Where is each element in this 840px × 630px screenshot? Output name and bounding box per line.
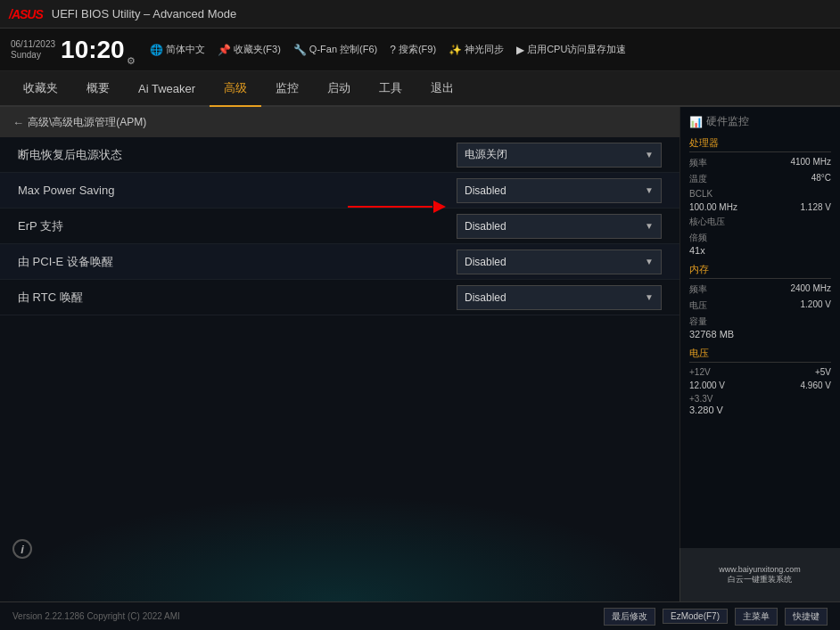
- bottom-bar: Version 2.22.1286 Copyright (C) 2022 AMI…: [0, 601, 840, 630]
- info-icon: i: [12, 539, 32, 559]
- nav-overview[interactable]: 概要: [72, 71, 124, 107]
- setting-label-power-state: 断电恢复后电源状态: [18, 147, 457, 163]
- toolbar-lang[interactable]: 🌐 简体中文: [150, 43, 205, 56]
- hw-label-freq: 频率: [689, 157, 707, 169]
- watermark-text: www.baiyunxitong.com白云一键重装系统: [719, 565, 801, 585]
- dropdown-rtc-wake[interactable]: Disabled ▼: [457, 285, 662, 310]
- bottom-buttons: 最后修改 EzMode(F7) 主菜单 快捷键: [604, 608, 828, 626]
- setting-control-power-state[interactable]: 电源关闭 ▼: [457, 143, 662, 168]
- dropdown-power-state-value: 电源关闭: [465, 147, 507, 162]
- cpu-accel-icon: ▶: [516, 44, 524, 56]
- hw-value-5v: +5V: [815, 367, 831, 377]
- breadcrumb-back-icon[interactable]: ←: [12, 116, 24, 129]
- hw-value-12v: 12.000 V: [689, 380, 725, 390]
- setting-control-pcie-wake[interactable]: Disabled ▼: [457, 250, 662, 274]
- hw-row-bclk: BCLK: [689, 189, 831, 199]
- hw-value-33v: 3.280 V: [689, 405, 831, 415]
- asus-logo: /ASUS: [9, 7, 43, 21]
- btn-last-modified[interactable]: 最后修改: [604, 608, 655, 626]
- hw-label-mem-volt: 电压: [689, 299, 707, 312]
- hw-row-mem-freq: 频率 2400 MHz: [689, 283, 831, 296]
- hw-row-12v-val: 12.000 V 4.960 V: [689, 380, 831, 390]
- day-text: Sunday: [11, 50, 55, 61]
- hw-row-bclk-label2: 核心电压: [689, 216, 831, 228]
- nav-tools[interactable]: 工具: [365, 71, 416, 107]
- toolbar-qfan[interactable]: 🔧 Q-Fan 控制(F6): [293, 43, 377, 56]
- toolbar-search[interactable]: ? 搜索(F9): [390, 43, 436, 56]
- nav-advanced[interactable]: 高级: [210, 71, 261, 107]
- hw-label-capacity: 容量: [689, 315, 831, 328]
- date-block: 06/11/2023 Sunday: [11, 39, 55, 61]
- setting-control-erp[interactable]: Disabled ▼: [457, 214, 662, 239]
- breadcrumb-bar: ← 高级\高级电源管理(APM): [0, 107, 679, 137]
- nav-boot[interactable]: 启动: [313, 71, 365, 107]
- dropdown-erp[interactable]: Disabled ▼: [457, 214, 662, 239]
- hw-label-mult: 倍频: [689, 232, 831, 244]
- dropdown-pcie-wake[interactable]: Disabled ▼: [457, 250, 662, 274]
- setting-control-rtc-wake[interactable]: Disabled ▼: [457, 285, 662, 310]
- hw-label-33v: +3.3V: [689, 394, 831, 404]
- btn-ez-mode[interactable]: EzMode(F7): [663, 609, 728, 624]
- setting-row-rtc-wake: 由 RTC 唤醒 Disabled ▼: [0, 280, 679, 315]
- lang-label: 简体中文: [166, 43, 205, 56]
- btn-main-menu[interactable]: 主菜单: [735, 608, 778, 626]
- setting-label-pcie-wake: 由 PCI-E 设备唤醒: [18, 254, 457, 270]
- hw-monitor-title: 📊 硬件监控: [689, 114, 831, 129]
- dropdown-pcie-wake-value: Disabled: [465, 256, 506, 268]
- setting-label-max-power: Max Power Saving: [18, 184, 457, 197]
- clock-display: 10:20: [61, 37, 125, 62]
- setting-row-erp: ErP 支持 Disabled ▼: [0, 209, 679, 244]
- date-text: 06/11/2023: [11, 39, 55, 50]
- hw-label-mem-freq: 频率: [689, 283, 707, 296]
- nav-bar: 收藏夹 概要 Ai Tweaker 高级 监控 启动 工具 退出: [0, 71, 840, 107]
- nav-monitor[interactable]: 监控: [261, 71, 313, 107]
- btn-hotkeys[interactable]: 快捷键: [785, 608, 828, 626]
- dropdown-erp-value: Disabled: [465, 220, 506, 233]
- setting-label-rtc-wake: 由 RTC 唤醒: [18, 290, 457, 306]
- hw-value-bclk: 100.00 MHz: [689, 202, 737, 212]
- chevron-down-icon: ▼: [645, 185, 654, 195]
- setting-label-erp: ErP 支持: [18, 218, 457, 234]
- hw-row-12v: +12V +5V: [689, 367, 831, 377]
- dropdown-max-power[interactable]: Disabled ▼: [457, 178, 662, 203]
- toolbar-aura[interactable]: ✨ 神光同步: [449, 43, 504, 56]
- search-label: 搜索(F9): [399, 43, 436, 56]
- section-header-volt: 电压: [689, 347, 831, 363]
- hw-label-12v: +12V: [689, 367, 711, 377]
- toolbar-favorites[interactable]: 📌 收藏夹(F3): [218, 43, 281, 56]
- hw-row-freq: 频率 4100 MHz: [689, 157, 831, 169]
- chevron-down-icon: ▼: [645, 292, 654, 302]
- settings-area: 断电恢复后电源状态 电源关闭 ▼ Max Power Saving Disabl…: [0, 137, 679, 601]
- monitor-icon: 📊: [689, 116, 703, 128]
- nav-exit[interactable]: 退出: [416, 71, 468, 107]
- toolbar-cpu-accel[interactable]: ▶ 启用CPU访问显存加速: [516, 43, 626, 56]
- hw-value-5v-val: 4.960 V: [801, 380, 831, 390]
- hw-row-temp: 温度 48°C: [689, 173, 831, 185]
- fav-label: 收藏夹(F3): [234, 43, 281, 56]
- hw-value-mem-volt: 1.200 V: [801, 299, 831, 312]
- info-icon-area: i: [12, 539, 32, 559]
- hw-row-mem-volt: 电压 1.200 V: [689, 299, 831, 312]
- toolbar: 🌐 简体中文 📌 收藏夹(F3) 🔧 Q-Fan 控制(F6) ? 搜索(F9)…: [150, 43, 829, 56]
- left-panel: ← 高级\高级电源管理(APM) 断电恢复后电源状态 电源关闭 ▼ Max Po…: [0, 107, 679, 601]
- header-title: UEFI BIOS Utility – Advanced Mode: [52, 7, 236, 20]
- hw-label-temp: 温度: [689, 173, 707, 185]
- qfan-label: Q-Fan 控制(F6): [309, 43, 377, 56]
- nav-ai-tweaker[interactable]: Ai Tweaker: [124, 71, 210, 107]
- setting-control-max-power[interactable]: Disabled ▼: [457, 178, 662, 203]
- nav-favorites[interactable]: 收藏夹: [9, 71, 72, 107]
- lang-icon: 🌐: [150, 44, 163, 56]
- hw-monitor-label: 硬件监控: [706, 114, 749, 129]
- version-text: Version 2.22.1286 Copyright (C) 2022 AMI: [12, 611, 180, 621]
- dropdown-power-state[interactable]: 电源关闭 ▼: [457, 143, 662, 168]
- setting-row-max-power: Max Power Saving Disabled ▼: [0, 173, 679, 209]
- hw-row-bclk-val: 100.00 MHz 1.128 V: [689, 202, 831, 212]
- qfan-icon: 🔧: [293, 44, 307, 56]
- fav-icon: 📌: [218, 44, 231, 56]
- breadcrumb: 高级\高级电源管理(APM): [28, 115, 146, 130]
- hw-label-bclk: BCLK: [689, 189, 712, 199]
- hw-value-temp: 48°C: [811, 173, 831, 185]
- gear-icon[interactable]: ⚙: [127, 55, 136, 67]
- header-bar: /ASUS UEFI BIOS Utility – Advanced Mode: [0, 0, 840, 29]
- search-icon: ?: [390, 44, 396, 56]
